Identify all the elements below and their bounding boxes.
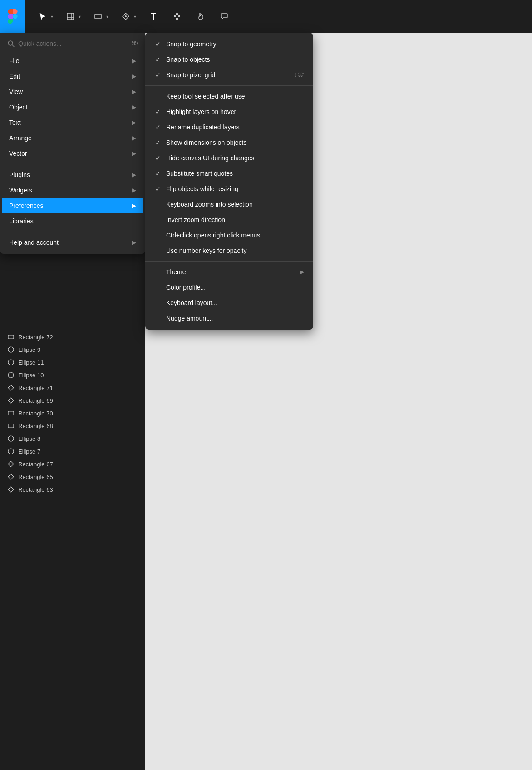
comment-tool[interactable] [214,7,234,25]
menu-item-edit-label: Edit [9,73,20,80]
pref-rename-layers[interactable]: ✓ Rename duplicated layers [147,119,311,135]
pref-highlight-layers[interactable]: ✓ Highlight layers on hover [147,104,311,119]
menu-item-widgets[interactable]: Widgets ▶ [2,183,143,198]
layer-item-ellipse10[interactable]: Ellipse 10 [0,369,145,381]
layer-icon-rect67 [7,460,15,468]
pref-number-opacity[interactable]: ✓ Use number keys for opacity [147,243,311,258]
svg-rect-9 [178,15,180,17]
preferences-submenu: ✓ Snap to geometry ✓ Snap to objects ✓ S… [145,33,313,330]
layer-icon-ellipse10 [7,371,15,379]
layer-list-rendered: Rectangle 72 Ellipse 9 Ellipse 11 Ellips… [0,331,145,496]
components-tool[interactable] [167,7,187,25]
layer-item-ellipse7[interactable]: Ellipse 7 [0,445,145,458]
menu-item-view-label: View [9,88,23,95]
pref-snap-pixel[interactable]: ✓ Snap to pixel grid ⇧⌘' [147,67,311,83]
menu-item-vector[interactable]: Vector ▶ [2,146,143,161]
menu-item-object[interactable]: Object ▶ [2,99,143,115]
pref-keep-tool[interactable]: ✓ Keep tool selected after use [147,89,311,104]
frame-chevron: ▾ [79,14,81,19]
svg-rect-5 [95,14,101,19]
pref-invert-zoom[interactable]: ✓ Invert zoom direction [147,212,311,227]
select-tool[interactable]: ▾ [33,7,57,25]
menu-item-arrange-label: Arrange [9,134,32,142]
object-arrow-icon: ▶ [132,104,136,110]
keyboard-zoom-label: Keyboard zooms into selection [166,201,304,208]
layer-icon-ellipse8 [7,435,15,442]
layer-label-ellipse8: Ellipse 8 [18,435,40,442]
menu-item-view[interactable]: View ▶ [2,84,143,99]
number-opacity-label: Use number keys for opacity [166,247,304,254]
layer-icon-ellipse7 [7,448,15,455]
layer-icon-rect68 [7,422,15,429]
snap-objects-label: Snap to objects [166,56,304,63]
layer-item-ellipse9[interactable]: Ellipse 9 [0,343,145,356]
layer-label-ellipse10: Ellipse 10 [18,372,44,379]
rename-layers-check-icon: ✓ [154,123,162,131]
menu-item-text-label: Text [9,119,21,126]
pref-snap-geometry[interactable]: ✓ Snap to geometry [147,36,311,52]
menu-item-edit[interactable]: Edit ▶ [2,69,143,84]
keyboard-layout-label: Keyboard layout... [166,299,304,306]
ctrl-click-label: Ctrl+click opens right click menus [166,232,304,239]
layer-item-rect71[interactable]: Rectangle 71 [0,381,145,394]
figma-logo[interactable] [0,0,25,33]
menu-item-libraries-label: Libraries [9,217,34,225]
layer-item-ellipse11[interactable]: Ellipse 11 [0,356,145,369]
plugins-arrow-icon: ▶ [132,172,136,178]
layer-item-rect67[interactable]: Rectangle 67 [0,458,145,470]
search-icon [7,40,15,47]
pref-smart-quotes[interactable]: ✓ Substitute smart quotes [147,166,311,181]
pref-color-profile[interactable]: ✓ Color profile... [147,280,311,295]
shape-tool[interactable]: ▾ [88,7,112,25]
pen-tool[interactable]: ▾ [116,7,140,25]
menu-item-preferences[interactable]: Preferences ▶ [2,198,143,213]
layer-item-rect63[interactable]: Rectangle 63 [0,483,145,496]
pen-icon [119,10,132,23]
shape-chevron: ▾ [106,14,108,19]
layer-item-ellipse8[interactable]: Ellipse 8 [0,432,145,445]
rename-layers-label: Rename duplicated layers [166,123,304,131]
menu-divider-1 [0,164,145,164]
pref-hide-canvas[interactable]: ✓ Hide canvas UI during changes [147,150,311,166]
svg-rect-10 [176,18,178,20]
text-tool[interactable]: T [143,7,163,25]
file-arrow-icon: ▶ [132,58,136,64]
layer-label-rect63: Rectangle 63 [18,486,53,493]
show-dimensions-check-icon: ✓ [154,139,162,146]
edit-arrow-icon: ▶ [132,73,136,79]
layer-icon-rect63 [7,486,15,493]
layer-label-ellipse11: Ellipse 11 [18,359,44,366]
svg-rect-8 [174,15,176,17]
menu-item-file-label: File [9,57,20,64]
menu-item-text[interactable]: Text ▶ [2,115,143,130]
menu-search-area: ⌘/ [0,36,145,53]
pref-nudge-amount[interactable]: ✓ Nudge amount... [147,311,311,326]
nudge-amount-label: Nudge amount... [166,315,304,322]
layer-item-rect68[interactable]: Rectangle 68 [0,420,145,432]
layer-label-rect70: Rectangle 70 [18,410,53,417]
hand-tool[interactable] [191,7,211,25]
menu-divider-2 [0,232,145,232]
menu-item-file[interactable]: File ▶ [2,53,143,69]
pref-keyboard-layout[interactable]: ✓ Keyboard layout... [147,295,311,311]
layer-item-rect70[interactable]: Rectangle 70 [0,407,145,420]
pref-show-dimensions[interactable]: ✓ Show dimensions on objects [147,135,311,150]
menu-item-arrange[interactable]: Arrange ▶ [2,130,143,146]
frame-tool[interactable]: ▾ [60,7,84,25]
layer-item-rect65[interactable]: Rectangle 65 [0,470,145,483]
layer-item-rect69[interactable]: Rectangle 69 [0,394,145,407]
layer-item-rect72[interactable]: Rectangle 72 [0,331,145,343]
layer-label-rect72: Rectangle 72 [18,334,53,341]
menu-item-plugins[interactable]: Plugins ▶ [2,167,143,183]
pref-theme[interactable]: ✓ Theme ▶ [147,264,311,280]
pref-flip-objects[interactable]: ✓ Flip objects while resizing [147,181,311,197]
pref-keyboard-zoom[interactable]: ✓ Keyboard zooms into selection [147,197,311,212]
menu-item-libraries[interactable]: Libraries [2,213,143,229]
snap-geometry-check-icon: ✓ [154,40,162,48]
text-arrow-icon: ▶ [132,119,136,126]
svg-rect-7 [176,13,178,15]
pref-ctrl-click[interactable]: ✓ Ctrl+click opens right click menus [147,227,311,243]
search-input[interactable] [18,40,128,47]
menu-item-help[interactable]: Help and account ▶ [2,235,143,250]
pref-snap-objects[interactable]: ✓ Snap to objects [147,52,311,67]
